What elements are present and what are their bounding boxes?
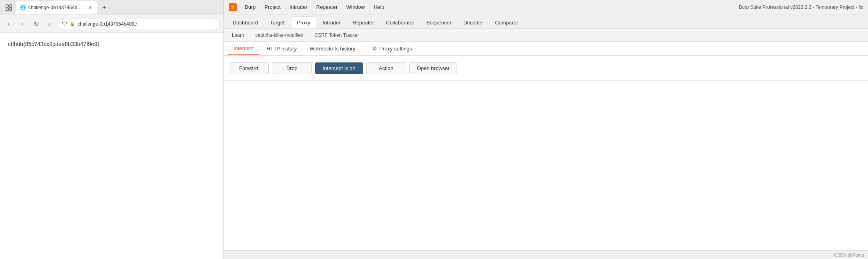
menu-burp[interactable]: Burp — [241, 2, 259, 12]
tab-close-button[interactable]: ✕ — [87, 4, 93, 11]
burp-menu: Burp Project Intruder Repeater Window He… — [241, 2, 735, 12]
lock-icon: 🔒 — [70, 21, 75, 26]
forward-button[interactable]: › — [17, 18, 28, 30]
tab-favicon: 🌐 — [20, 5, 26, 10]
burp-logo: ⚡ — [229, 3, 237, 11]
bottom-status-bar: CSDN @Rumu — [224, 250, 868, 259]
burp-main-tabs: Dashboard Target Proxy Intruder Repeater… — [224, 14, 868, 29]
burp-title-bar: ⚡ Burp Project Intruder Repeater Window … — [224, 0, 868, 14]
drop-button[interactable]: Drop — [272, 62, 312, 74]
svg-rect-3 — [9, 8, 12, 10]
gear-icon: ⚙ — [372, 45, 377, 52]
proxy-settings-label: Proxy settings — [379, 46, 412, 52]
security-icon: 🛡 — [62, 21, 67, 27]
browser-content: ctfhub{85c743ec9cdea8b33b47f9e9} — [0, 33, 223, 259]
open-browser-button[interactable]: Open browser — [409, 62, 457, 74]
action-button[interactable]: Action — [366, 62, 406, 74]
burp-title-text: Burp Suite Professional v2023.2.2 - Temp… — [739, 4, 863, 10]
svg-rect-1 — [9, 5, 12, 7]
svg-rect-2 — [6, 8, 8, 10]
ext-tab-captcha-killer[interactable]: captcha-killer-modified — [251, 31, 308, 40]
browser-nav-bar: ‹ › ↻ ⌂ 🛡 🔒 — [0, 15, 223, 33]
address-bar-container: 🛡 🔒 — [58, 18, 220, 30]
page-content-text: ctfhub{85c743ec9cdea8b33b47f9e9} — [8, 41, 216, 47]
tab-proxy[interactable]: Proxy — [291, 16, 316, 28]
tab-repeater[interactable]: Repeater — [347, 16, 379, 28]
back-button[interactable]: ‹ — [3, 18, 14, 30]
browser-window: 🌐 challenge-0b1437954b409c01.sa ✕ + ‹ › … — [0, 0, 224, 259]
proxy-tab-http-history[interactable]: HTTP history — [261, 42, 303, 55]
proxy-tab-intercept[interactable]: Intercept — [228, 42, 259, 55]
intercept-toggle-button[interactable]: Intercept is on — [315, 62, 363, 74]
proxy-settings-tab[interactable]: ⚙ Proxy settings — [367, 42, 418, 55]
home-button[interactable]: ⌂ — [44, 18, 55, 30]
address-bar[interactable] — [78, 21, 216, 27]
menu-repeater[interactable]: Repeater — [312, 2, 341, 12]
forward-button[interactable]: Forward — [229, 62, 269, 74]
tab-title: challenge-0b1437954b409c01.sa — [28, 5, 84, 10]
proxy-sub-tabs: Intercept HTTP history WebSockets histor… — [224, 42, 868, 56]
browser-tab-bar: 🌐 challenge-0b1437954b409c01.sa ✕ + — [0, 0, 223, 15]
ext-tab-csrf-tracker[interactable]: CSRF Token Tracker — [310, 31, 364, 40]
new-tab-button[interactable]: + — [99, 2, 110, 13]
browser-tab-active[interactable]: 🌐 challenge-0b1437954b409c01.sa ✕ — [16, 1, 97, 14]
menu-help[interactable]: Help — [369, 2, 388, 12]
tab-target[interactable]: Target — [265, 16, 290, 28]
tab-sequencer[interactable]: Sequencer — [421, 16, 457, 28]
tab-intruder[interactable]: Intruder — [317, 16, 346, 28]
svg-rect-0 — [6, 5, 8, 7]
bottom-bar-text: CSDN @Rumu — [834, 253, 864, 257]
burp-suite-window: ⚡ Burp Project Intruder Repeater Window … — [224, 0, 868, 259]
intercept-toolbar: Forward Drop Intercept is on Action Open… — [224, 56, 868, 81]
menu-project[interactable]: Project — [260, 2, 284, 12]
tab-dashboard[interactable]: Dashboard — [227, 16, 264, 28]
burp-content-area — [224, 81, 868, 250]
reload-button[interactable]: ↻ — [30, 18, 42, 30]
burp-ext-tabs: Learn captcha-killer-modified CSRF Token… — [224, 29, 868, 42]
tab-switcher-button[interactable] — [3, 2, 14, 13]
proxy-tab-websockets-history[interactable]: WebSockets history — [304, 42, 361, 55]
tab-decoder[interactable]: Decoder — [458, 16, 489, 28]
menu-window[interactable]: Window — [342, 2, 369, 12]
menu-intruder[interactable]: Intruder — [285, 2, 311, 12]
ext-tab-learn[interactable]: Learn — [227, 31, 249, 40]
tab-collaborator[interactable]: Collaborator — [380, 16, 420, 28]
burp-logo-icon: ⚡ — [230, 4, 235, 10]
tab-comparer[interactable]: Comparer — [489, 16, 524, 28]
